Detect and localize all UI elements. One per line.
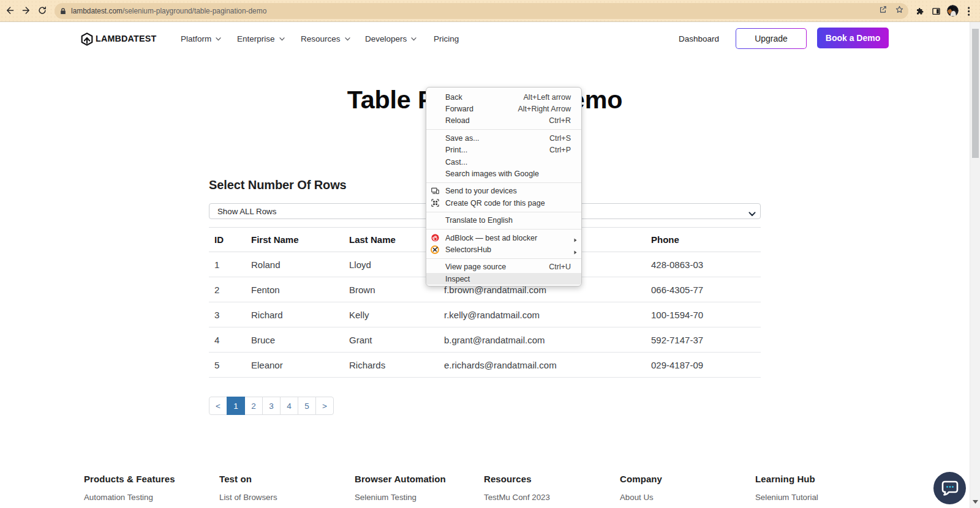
context-menu-item-reload[interactable]: ReloadCtrl+R bbox=[426, 115, 581, 127]
context-menu-item-save-as[interactable]: Save as...Ctrl+S bbox=[426, 132, 581, 144]
context-menu-separator bbox=[426, 129, 581, 130]
context-menu: BackAlt+Left arrowForwardAlt+Right Arrow… bbox=[426, 87, 582, 286]
submenu-arrow-icon bbox=[574, 248, 577, 256]
back-icon[interactable] bbox=[6, 6, 14, 15]
nav-item-developers[interactable]: Developers bbox=[365, 22, 417, 55]
footer-link[interactable]: TestMu Conf 2023 bbox=[484, 493, 550, 502]
table-cell: Richards bbox=[344, 353, 439, 378]
context-menu-item-label: View page source bbox=[445, 263, 506, 271]
footer-link[interactable]: Automation Testing bbox=[84, 493, 175, 502]
context-menu-item-label: Create QR code for this page bbox=[445, 199, 545, 207]
url-path: /selenium-playground/table-pagination-de… bbox=[123, 7, 266, 15]
table-cell: r.kelly@randatmail.com bbox=[439, 302, 646, 327]
nav-link-dashboard[interactable]: Dashboard bbox=[679, 22, 719, 55]
qr-code-icon bbox=[431, 199, 439, 207]
footer-link[interactable]: About Us bbox=[620, 493, 662, 502]
context-menu-item-translate-to-english[interactable]: Translate to English bbox=[426, 215, 581, 226]
context-menu-item-adblock-best-ad-blocker[interactable]: AdBlock — best ad blocker bbox=[426, 232, 581, 244]
submenu-arrow-icon bbox=[574, 236, 577, 244]
table-cell: 2 bbox=[209, 277, 246, 302]
url-domain: lambdatest.com bbox=[71, 7, 123, 15]
context-menu-separator bbox=[426, 229, 581, 230]
context-menu-shortcut: Ctrl+U bbox=[549, 263, 571, 271]
table-cell: 428-0863-03 bbox=[646, 252, 761, 277]
chat-widget-button[interactable] bbox=[933, 472, 966, 504]
scrollbar-down-arrow[interactable] bbox=[973, 495, 978, 506]
nav-item-pricing[interactable]: Pricing bbox=[434, 22, 459, 55]
browser-menu-dots-icon[interactable] bbox=[966, 6, 971, 16]
table-cell: Brown bbox=[344, 277, 439, 302]
footer-link[interactable]: List of Browsers bbox=[219, 493, 277, 502]
context-menu-item-view-page-source[interactable]: View page sourceCtrl+U bbox=[426, 261, 581, 273]
footer-column-heading: Products & Features bbox=[84, 474, 175, 484]
context-menu-item-label: AdBlock — best ad blocker bbox=[445, 234, 537, 242]
pagination-page-3[interactable]: 3 bbox=[262, 397, 281, 415]
footer-link[interactable]: Selenium Tutorial bbox=[755, 493, 818, 502]
share-icon[interactable] bbox=[879, 6, 887, 13]
chevron-down-icon bbox=[216, 37, 221, 41]
book-a-demo-button[interactable]: Book a Demo bbox=[817, 28, 889, 48]
pagination-page-4[interactable]: 4 bbox=[280, 397, 298, 415]
context-menu-item-back[interactable]: BackAlt+Left arrow bbox=[426, 91, 581, 103]
profile-avatar[interactable] bbox=[947, 5, 959, 17]
footer-column-heading: Resources bbox=[484, 474, 550, 484]
bookmark-star-icon[interactable] bbox=[895, 6, 903, 13]
pagination-page-5[interactable]: 5 bbox=[298, 397, 316, 415]
forward-icon[interactable] bbox=[22, 6, 31, 15]
context-menu-item-inspect[interactable]: Inspect bbox=[426, 273, 581, 285]
table-column-header: ID bbox=[209, 228, 246, 252]
context-menu-shortcut: Ctrl+S bbox=[549, 134, 571, 143]
context-menu-shortcut: Alt+Right Arrow bbox=[518, 105, 571, 113]
table-cell: e.richards@randatmail.com bbox=[439, 353, 646, 378]
footer-column: Learning HubSelenium Tutorial bbox=[755, 474, 818, 502]
context-menu-item-cast[interactable]: Cast... bbox=[426, 156, 581, 168]
context-menu-item-label: Print... bbox=[445, 146, 467, 154]
context-menu-shortcut: Alt+Left arrow bbox=[524, 93, 571, 102]
pagination-prev[interactable]: < bbox=[209, 397, 227, 415]
context-menu-item-create-qr-code-for-this-page[interactable]: Create QR code for this page bbox=[426, 197, 581, 209]
page-scrollbar[interactable] bbox=[970, 22, 980, 508]
nav-item-platform[interactable]: Platform bbox=[181, 22, 221, 55]
nav-item-label: Resources bbox=[301, 34, 341, 43]
devices-icon bbox=[431, 187, 439, 195]
pagination-page-2[interactable]: 2 bbox=[244, 397, 263, 415]
context-menu-item-label: Reload bbox=[445, 116, 470, 125]
nav-item-enterprise[interactable]: Enterprise bbox=[237, 22, 285, 55]
context-menu-item-label: Search images with Google bbox=[445, 170, 539, 178]
context-menu-item-selectorshub[interactable]: SelectorsHub bbox=[426, 244, 581, 255]
table-column-header: First Name bbox=[246, 228, 344, 252]
footer-link[interactable]: Selenium Testing bbox=[355, 493, 446, 502]
reload-icon[interactable] bbox=[38, 6, 47, 15]
url-text[interactable]: lambdatest.com/selenium-playground/table… bbox=[71, 0, 266, 21]
extensions-puzzle-icon[interactable] bbox=[916, 7, 924, 15]
upgrade-button[interactable]: Upgrade bbox=[736, 28, 807, 49]
context-menu-item-forward[interactable]: ForwardAlt+Right Arrow bbox=[426, 103, 581, 114]
footer-column: CompanyAbout Us bbox=[620, 474, 662, 502]
table-cell: 1 bbox=[209, 252, 246, 277]
context-menu-item-label: Save as... bbox=[445, 134, 480, 143]
scrollbar-thumb[interactable] bbox=[972, 29, 979, 158]
pagination-page-1[interactable]: 1 bbox=[227, 397, 245, 415]
side-panel-icon[interactable] bbox=[932, 7, 940, 15]
context-menu-separator bbox=[426, 212, 581, 212]
footer-column: ResourcesTestMu Conf 2023 bbox=[484, 474, 550, 502]
context-menu-shortcut: Ctrl+R bbox=[549, 116, 571, 125]
context-menu-separator bbox=[426, 258, 581, 259]
table-cell: Lloyd bbox=[344, 252, 439, 277]
table-cell: Eleanor bbox=[246, 353, 344, 378]
selectorshub-icon bbox=[431, 245, 439, 254]
browser-toolbar: lambdatest.com/selenium-playground/table… bbox=[0, 0, 980, 22]
table-cell: Richard bbox=[246, 302, 344, 327]
lambdatest-logo-text[interactable]: LAMBDATEST bbox=[96, 22, 156, 55]
table-cell: Bruce bbox=[246, 327, 344, 353]
nav-item-resources[interactable]: Resources bbox=[301, 22, 350, 55]
table-cell: 100-1594-70 bbox=[646, 302, 761, 327]
context-menu-item-send-to-your-devices[interactable]: Send to your devices bbox=[426, 185, 581, 197]
context-menu-item-search-images-with-google[interactable]: Search images with Google bbox=[426, 168, 581, 179]
chevron-down-icon bbox=[279, 37, 285, 41]
pagination-next[interactable]: > bbox=[315, 397, 334, 415]
table-cell: Grant bbox=[344, 327, 439, 353]
context-menu-item-print[interactable]: Print...Ctrl+P bbox=[426, 144, 581, 156]
table-cell: 4 bbox=[209, 327, 246, 353]
lambdatest-logo-icon[interactable] bbox=[81, 32, 93, 48]
